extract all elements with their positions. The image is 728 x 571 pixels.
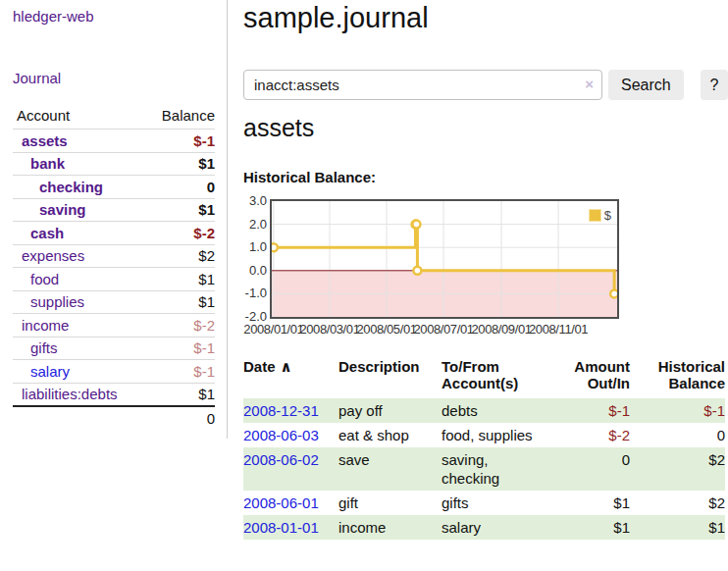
brand-link[interactable]: hledger-web [13,8,227,25]
register-description-cell: gift [338,491,442,515]
account-link-supplies[interactable]: supplies [13,293,84,310]
y-tick-label: 1.0 [243,239,267,254]
account-link-saving[interactable]: saving [13,201,86,218]
register-amount-cell: $-2 [559,423,630,447]
search-input[interactable] [243,70,602,100]
account-row: gifts$-1 [13,337,215,360]
accounts-total-row: 0 [13,405,215,429]
account-heading: assets [243,114,314,142]
account-row: supplies$1 [13,290,215,314]
register-description-cell: save [338,447,442,491]
y-tick-label: 3.0 [243,193,267,208]
search-button[interactable]: Search [608,70,684,100]
search-box: × [243,70,602,100]
help-button[interactable]: ? [701,70,728,100]
account-link-expenses[interactable]: expenses [13,247,84,264]
x-tick-label: 2008/05/01 [356,322,416,337]
register-description-cell: pay off [338,398,442,423]
register-accounts-cell: saving, checking [442,447,559,491]
account-balance: $1 [198,271,215,287]
register-date-link[interactable]: 2008-06-03 [243,427,319,443]
main-content: sample.journal × Search ? assets Histori… [243,0,728,571]
account-row: saving$1 [13,198,215,222]
sidebar: hledger-web Journal Account Balance asse… [0,0,228,439]
x-tick-label: 2008/03/01 [299,322,359,337]
register-date-link[interactable]: 2008-06-02 [243,451,319,468]
chart-canvas [272,201,617,317]
register-date-link[interactable]: 2008-12-31 [243,402,319,419]
date-header-label: Date [243,358,276,375]
account-row: income$-2 [13,313,215,337]
register-balance-cell: 0 [630,423,725,447]
register-accounts-cell: food, supplies [442,423,559,447]
balance-chart: $ 3.02.01.00.0-1.0-2.02008/01/012008/03/… [243,194,728,339]
account-link-food[interactable]: food [13,271,59,287]
register-date-cell: 2008-06-01 [243,491,338,515]
account-balance: $-1 [193,339,215,356]
register-date-cell: 2008-12-31 [243,398,338,423]
accounts-total-balance: 0 [207,410,215,427]
register-header-description: Description [338,356,442,398]
chart-title: Historical Balance: [243,169,376,185]
register-date-link[interactable]: 2008-06-01 [243,494,319,511]
register-balance-cell: $-1 [630,398,725,423]
register-balance-cell: $2 [630,491,725,515]
register-row: 2008-12-31pay offdebts$-1$-1 [243,398,725,423]
account-row: cash$-2 [13,221,215,244]
register-balance-cell: $2 [630,447,725,491]
register-date-cell: 2008-06-02 [243,447,338,491]
nav-journal-link[interactable]: Journal [13,70,227,86]
account-row: assets$-1 [13,129,215,152]
register-amount-cell: $1 [559,515,630,540]
account-link-salary[interactable]: salary [13,363,70,380]
register-row: 2008-06-02savesaving, checking0$2 [243,447,725,491]
register-accounts-cell: debts [442,398,559,423]
page-title: sample.journal [243,2,429,34]
account-link-assets[interactable]: assets [13,132,68,149]
y-tick-label: 0.0 [243,263,267,278]
account-link-income[interactable]: income [13,317,69,334]
chart-plot-area: $ [270,199,619,319]
account-link-checking[interactable]: checking [13,179,103,195]
account-balance: $2 [198,247,215,264]
register-row: 2008-01-01incomesalary$1$1 [243,515,725,540]
register-amount-cell: 0 [559,447,630,491]
register-amount-cell: $-1 [559,398,630,423]
account-balance: $1 [198,386,215,402]
account-link-bank[interactable]: bank [13,155,65,172]
hledger-web-app: hledger-web Journal Account Balance asse… [0,0,728,571]
sort-ascending-icon: ∧ [281,358,292,375]
clear-search-icon[interactable]: × [585,77,594,92]
accounts-header-balance: Balance [162,107,215,124]
search-bar: × Search ? [243,70,728,100]
y-tick-label: -1.0 [243,286,267,300]
chart-legend: $ [587,207,613,224]
register-table: Date∧ Description To/From Account(s) Amo… [243,356,725,540]
account-balance: $1 [198,293,215,310]
x-tick-label: 2008/09/01 [471,322,531,337]
account-balance: $-2 [193,225,215,241]
account-row: checking0 [13,175,215,198]
register-row: 2008-06-03eat & shopfood, supplies$-20 [243,423,725,447]
account-balance: $1 [198,201,215,218]
account-link-gifts[interactable]: gifts [13,339,58,356]
account-link-cash[interactable]: cash [13,225,64,241]
legend-swatch-icon [589,209,601,222]
accounts-table-header: Account Balance [13,103,215,129]
x-tick-label: 2008/07/01 [414,322,474,337]
x-tick-label: 2008/11/01 [529,322,588,337]
register-header-balance: Historical Balance [630,356,725,398]
register-date-link[interactable]: 2008-01-01 [243,519,319,536]
register-description-cell: income [338,515,442,540]
legend-label: $ [604,208,611,223]
register-row: 2008-06-01giftgifts$1$2 [243,491,725,515]
account-row: food$1 [13,267,215,290]
account-balance: $-1 [193,363,215,380]
register-accounts-cell: salary [442,515,559,540]
accounts-header-account: Account [17,107,70,124]
account-balance: 0 [207,179,215,195]
account-balance: $-2 [193,317,215,334]
account-link-liabilities-debts[interactable]: liabilities:debts [13,386,118,402]
register-header-accounts: To/From Account(s) [442,356,559,398]
register-header-amount: Amount Out/In [559,356,630,398]
